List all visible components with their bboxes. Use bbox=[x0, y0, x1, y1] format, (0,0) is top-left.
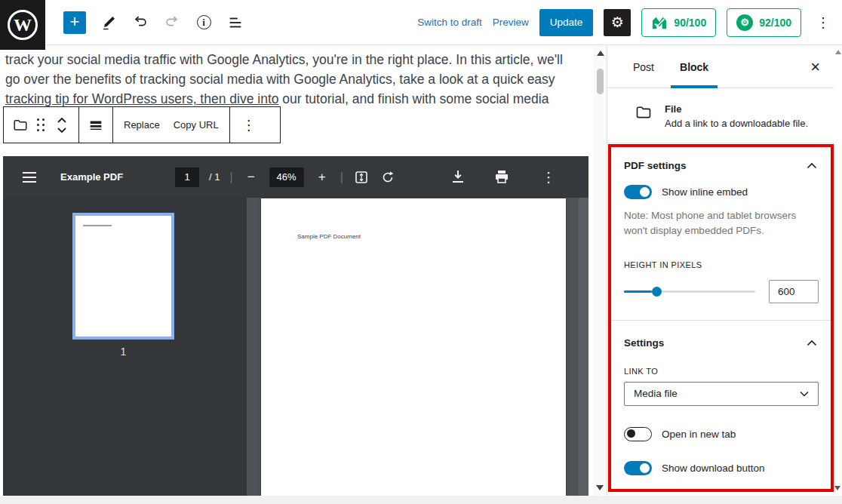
pdf-page-thumbnail[interactable] bbox=[72, 213, 174, 340]
headline-analyzer-badge[interactable]: 90/100 bbox=[641, 8, 716, 37]
pdf-embed-viewer: Example PDF 1 / 1 | − 46% + | bbox=[3, 156, 588, 496]
link-to-label: LINK TO bbox=[624, 367, 819, 376]
pdf-separator-2: | bbox=[340, 171, 343, 184]
zoom-out-button[interactable]: − bbox=[243, 169, 260, 186]
block-name: File bbox=[665, 103, 808, 115]
info-icon[interactable]: i bbox=[195, 14, 213, 32]
pdf-page-number-input[interactable]: 1 bbox=[175, 167, 199, 187]
zoom-in-button[interactable]: + bbox=[314, 169, 330, 186]
add-block-button[interactable]: + bbox=[63, 11, 86, 34]
undo-icon[interactable] bbox=[131, 14, 149, 32]
switch-to-draft-link[interactable]: Switch to draft bbox=[417, 17, 482, 28]
sidebar-tab-bar: Post Block × bbox=[607, 46, 834, 88]
sidebar-scrollbar[interactable] bbox=[834, 46, 842, 495]
pdf-viewer-toolbar: Example PDF 1 / 1 | − 46% + | bbox=[3, 156, 588, 198]
sidebar-scroll-down-arrow[interactable] bbox=[834, 486, 840, 490]
tab-post[interactable]: Post bbox=[630, 46, 657, 88]
pdf-more-options-kebab-icon[interactable]: ⋮ bbox=[537, 167, 560, 187]
show-download-button-label: Show download button bbox=[662, 463, 765, 474]
file-block-folder-icon bbox=[635, 103, 653, 129]
viewport-bottom-strip bbox=[0, 496, 842, 504]
seo-score-value: 92/100 bbox=[759, 17, 791, 29]
download-toggle-row: Show download button bbox=[624, 461, 819, 475]
settings-gear-button[interactable]: ⚙ bbox=[604, 9, 631, 36]
settings-panel: Settings LINK TO Media file Open in new … bbox=[607, 321, 834, 492]
close-sidebar-icon[interactable]: × bbox=[810, 59, 820, 75]
rotate-icon[interactable] bbox=[380, 169, 396, 186]
tab-block[interactable]: Block bbox=[677, 46, 711, 88]
edit-pencil-icon[interactable] bbox=[100, 14, 118, 32]
block-mover-icon[interactable] bbox=[53, 116, 71, 134]
update-button[interactable]: Update bbox=[539, 9, 594, 36]
scroll-up-arrow[interactable] bbox=[597, 51, 604, 56]
pdf-zoom-level[interactable]: 46% bbox=[269, 167, 304, 187]
headline-score-value: 90/100 bbox=[674, 17, 706, 29]
inline-embed-toggle-row: Show inline embed bbox=[624, 185, 819, 199]
block-toolbar-group-options: ⋮ bbox=[230, 107, 268, 143]
height-slider[interactable] bbox=[624, 290, 755, 293]
pdf-page-viewer[interactable]: Sample PDF Document bbox=[247, 198, 588, 496]
redo-icon[interactable] bbox=[163, 14, 181, 32]
copy-url-button[interactable]: Copy URL bbox=[171, 119, 222, 131]
pdf-page-zoom-controls: 1 / 1 | − 46% + | bbox=[175, 167, 396, 187]
block-description: Add a link to a downloadable file. bbox=[665, 118, 808, 129]
settings-header[interactable]: Settings bbox=[624, 333, 819, 350]
monsterinsights-m-check-icon bbox=[651, 15, 668, 30]
pdf-page[interactable]: Sample PDF Document bbox=[261, 198, 566, 496]
link-to-select[interactable]: Media file bbox=[624, 382, 819, 406]
wordpress-editor: W + i Switch to draft Preview Update bbox=[0, 0, 842, 504]
fit-to-page-icon[interactable] bbox=[353, 169, 370, 186]
editor-scrollbar[interactable] bbox=[594, 46, 607, 496]
pdf-separator: | bbox=[229, 171, 232, 184]
sidebar-scroll-up-arrow[interactable] bbox=[835, 50, 841, 54]
slider-thumb[interactable] bbox=[652, 287, 662, 297]
editor-canvas[interactable]: track your social media traffic with Goo… bbox=[0, 46, 594, 496]
pdf-menu-hamburger-icon[interactable] bbox=[21, 169, 38, 186]
pdf-settings-header[interactable]: PDF settings bbox=[624, 155, 819, 173]
toolbar-left-tools: + i bbox=[63, 11, 244, 34]
open-in-new-tab-toggle[interactable] bbox=[624, 427, 652, 441]
open-in-new-tab-label: Open in new tab bbox=[662, 429, 736, 440]
editor-top-bar: W + i Switch to draft Preview Update bbox=[0, 0, 842, 45]
block-options-kebab-icon[interactable]: ⋮ bbox=[238, 115, 260, 135]
paragraph-link[interactable]: tracking tip for WordPress users, then d… bbox=[5, 91, 278, 106]
replace-button[interactable]: Replace bbox=[121, 119, 163, 131]
link-to-value: Media file bbox=[634, 388, 678, 399]
show-inline-embed-toggle[interactable] bbox=[624, 185, 652, 199]
show-inline-embed-label: Show inline embed bbox=[662, 186, 748, 198]
pdf-title: Example PDF bbox=[60, 171, 123, 183]
thumbnail-page-number: 1 bbox=[72, 346, 174, 358]
pdf-document-text: Sample PDF Document bbox=[297, 233, 361, 240]
download-icon[interactable] bbox=[450, 169, 466, 186]
embed-note: Note: Most phone and tablet browsers won… bbox=[624, 208, 819, 239]
list-view-icon[interactable] bbox=[226, 14, 244, 32]
pdf-toolbar-right: ⋮ bbox=[450, 167, 570, 187]
scrollbar-thumb[interactable] bbox=[597, 69, 604, 94]
preview-link[interactable]: Preview bbox=[493, 17, 529, 28]
height-input[interactable] bbox=[769, 280, 819, 303]
block-toolbar-group-actions: Replace Copy URL bbox=[113, 107, 230, 143]
drag-handle-icon[interactable] bbox=[37, 118, 45, 132]
chevron-down-icon bbox=[800, 391, 809, 397]
toolbar-right-tools: Switch to draft Preview Update ⚙ 90/100 … bbox=[417, 8, 842, 37]
pdf-viewer-scrollbar[interactable] bbox=[579, 198, 588, 496]
chevron-up-icon bbox=[807, 340, 817, 346]
aioseo-gear-icon: ⚙ bbox=[736, 14, 753, 31]
print-icon[interactable] bbox=[493, 169, 510, 186]
block-toolbar-group-align bbox=[79, 107, 113, 143]
block-toolbar-group-main bbox=[4, 107, 79, 143]
seo-score-badge[interactable]: ⚙ 92/100 bbox=[727, 8, 801, 37]
file-block-icon[interactable] bbox=[11, 116, 29, 134]
paragraph-line-2: go over the benefits of tracking social … bbox=[5, 69, 580, 89]
pdf-thumbnail-panel[interactable]: 1 bbox=[3, 198, 247, 496]
wordpress-logo[interactable]: W bbox=[0, 0, 45, 50]
new-tab-toggle-row: Open in new tab bbox=[624, 427, 819, 441]
options-kebab-icon[interactable]: ⋮ bbox=[812, 13, 834, 32]
wordpress-w-icon: W bbox=[8, 10, 38, 40]
post-paragraph[interactable]: track your social media traffic with Goo… bbox=[5, 50, 580, 109]
block-description-card: File Add a link to a downloadable file. bbox=[607, 88, 834, 143]
settings-title: Settings bbox=[624, 337, 664, 349]
show-download-button-toggle[interactable] bbox=[624, 461, 652, 475]
align-icon[interactable] bbox=[87, 116, 105, 134]
scroll-down-arrow[interactable] bbox=[596, 485, 604, 490]
